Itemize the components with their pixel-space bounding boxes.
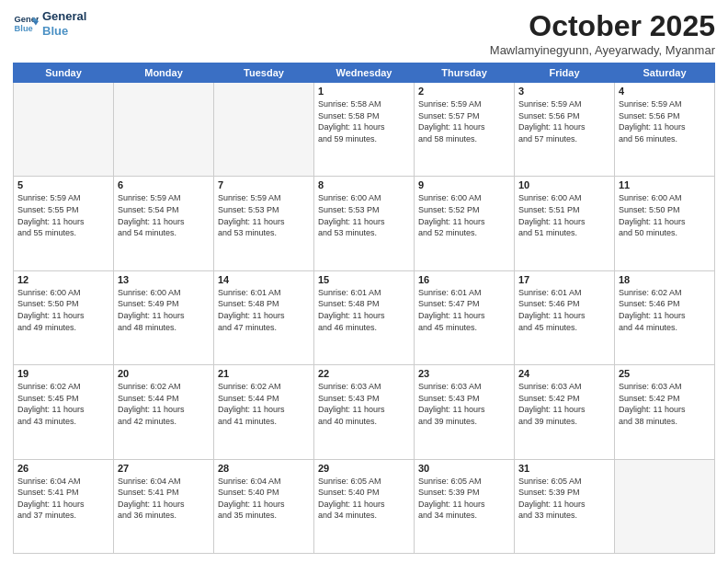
calendar-cell: 29Sunrise: 6:05 AMSunset: 5:40 PMDayligh…: [314, 459, 415, 553]
calendar-cell: 30Sunrise: 6:05 AMSunset: 5:39 PMDayligh…: [415, 459, 515, 553]
day-info: Sunrise: 6:01 AMSunset: 5:48 PMDaylight:…: [218, 287, 310, 333]
col-tuesday: Tuesday: [214, 63, 314, 83]
day-number: 14: [218, 274, 310, 285]
day-number: 16: [418, 274, 510, 285]
calendar-table: Sunday Monday Tuesday Wednesday Thursday…: [13, 63, 715, 554]
day-info: Sunrise: 6:02 AMSunset: 5:44 PMDaylight:…: [218, 381, 310, 427]
calendar-week-1: 1Sunrise: 5:58 AMSunset: 5:58 PMDaylight…: [14, 83, 715, 177]
day-number: 4: [619, 86, 711, 97]
day-number: 17: [518, 274, 610, 285]
calendar-cell: 1Sunrise: 5:58 AMSunset: 5:58 PMDaylight…: [314, 83, 415, 177]
day-number: 2: [418, 86, 510, 97]
day-number: 15: [318, 274, 410, 285]
calendar-cell: 31Sunrise: 6:05 AMSunset: 5:39 PMDayligh…: [515, 459, 615, 553]
day-number: 7: [218, 179, 310, 190]
day-info: Sunrise: 5:59 AMSunset: 5:56 PMDaylight:…: [619, 98, 711, 144]
day-info: Sunrise: 6:04 AMSunset: 5:40 PMDaylight:…: [218, 476, 310, 522]
day-number: 29: [318, 463, 410, 474]
calendar-cell: 12Sunrise: 6:00 AMSunset: 5:50 PMDayligh…: [14, 270, 114, 364]
calendar-cell: 15Sunrise: 6:01 AMSunset: 5:48 PMDayligh…: [314, 270, 415, 364]
calendar-cell: 7Sunrise: 5:59 AMSunset: 5:53 PMDaylight…: [214, 177, 314, 270]
col-sunday: Sunday: [14, 63, 114, 83]
day-number: 13: [118, 274, 210, 285]
calendar-cell: 17Sunrise: 6:01 AMSunset: 5:46 PMDayligh…: [515, 270, 615, 364]
day-info: Sunrise: 6:00 AMSunset: 5:51 PMDaylight:…: [518, 192, 610, 238]
calendar-cell: [615, 459, 715, 553]
calendar-week-4: 19Sunrise: 6:02 AMSunset: 5:45 PMDayligh…: [14, 365, 715, 459]
calendar-week-5: 26Sunrise: 6:04 AMSunset: 5:41 PMDayligh…: [14, 459, 715, 553]
calendar-cell: 6Sunrise: 5:59 AMSunset: 5:54 PMDaylight…: [114, 177, 214, 270]
calendar-cell: [14, 83, 114, 177]
calendar-cell: 16Sunrise: 6:01 AMSunset: 5:47 PMDayligh…: [415, 270, 515, 364]
day-info: Sunrise: 5:58 AMSunset: 5:58 PMDaylight:…: [318, 98, 410, 144]
day-number: 1: [318, 86, 410, 97]
day-number: 27: [118, 463, 210, 474]
day-number: 19: [17, 368, 109, 379]
logo-line2: Blue: [42, 24, 68, 38]
day-info: Sunrise: 6:02 AMSunset: 5:44 PMDaylight:…: [118, 381, 210, 427]
calendar-cell: 8Sunrise: 6:00 AMSunset: 5:53 PMDaylight…: [314, 177, 415, 270]
day-info: Sunrise: 6:05 AMSunset: 5:39 PMDaylight:…: [418, 476, 510, 522]
day-number: 6: [118, 179, 210, 190]
day-number: 10: [518, 179, 610, 190]
calendar-cell: 26Sunrise: 6:04 AMSunset: 5:41 PMDayligh…: [14, 459, 114, 553]
day-number: 22: [318, 368, 410, 379]
day-number: 30: [418, 463, 510, 474]
calendar-cell: [214, 83, 314, 177]
location-subtitle: Mawlamyinegyunn, Ayeyarwady, Myanmar: [490, 43, 715, 57]
calendar-cell: 5Sunrise: 5:59 AMSunset: 5:55 PMDaylight…: [14, 177, 114, 270]
day-number: 20: [118, 368, 210, 379]
col-monday: Monday: [114, 63, 214, 83]
day-info: Sunrise: 6:05 AMSunset: 5:40 PMDaylight:…: [318, 476, 410, 522]
calendar-cell: 9Sunrise: 6:00 AMSunset: 5:52 PMDaylight…: [415, 177, 515, 270]
day-number: 3: [518, 86, 610, 97]
calendar-cell: 10Sunrise: 6:00 AMSunset: 5:51 PMDayligh…: [515, 177, 615, 270]
day-number: 9: [418, 179, 510, 190]
logo: General Blue General Blue: [13, 9, 86, 38]
logo-text: General Blue: [42, 9, 86, 38]
day-info: Sunrise: 6:00 AMSunset: 5:52 PMDaylight:…: [418, 192, 510, 238]
day-info: Sunrise: 6:01 AMSunset: 5:48 PMDaylight:…: [318, 287, 410, 333]
logo-icon: General Blue: [13, 11, 39, 37]
calendar-cell: 18Sunrise: 6:02 AMSunset: 5:46 PMDayligh…: [615, 270, 715, 364]
calendar-cell: 20Sunrise: 6:02 AMSunset: 5:44 PMDayligh…: [114, 365, 214, 459]
day-info: Sunrise: 6:03 AMSunset: 5:42 PMDaylight:…: [518, 381, 610, 427]
day-number: 12: [17, 274, 109, 285]
day-number: 28: [218, 463, 310, 474]
day-info: Sunrise: 6:02 AMSunset: 5:45 PMDaylight:…: [17, 381, 109, 427]
calendar-cell: 27Sunrise: 6:04 AMSunset: 5:41 PMDayligh…: [114, 459, 214, 553]
day-info: Sunrise: 5:59 AMSunset: 5:56 PMDaylight:…: [518, 98, 610, 144]
day-number: 8: [318, 179, 410, 190]
day-info: Sunrise: 6:03 AMSunset: 5:43 PMDaylight:…: [418, 381, 510, 427]
calendar-cell: 28Sunrise: 6:04 AMSunset: 5:40 PMDayligh…: [214, 459, 314, 553]
calendar-cell: 21Sunrise: 6:02 AMSunset: 5:44 PMDayligh…: [214, 365, 314, 459]
calendar-cell: 24Sunrise: 6:03 AMSunset: 5:42 PMDayligh…: [515, 365, 615, 459]
col-wednesday: Wednesday: [314, 63, 415, 83]
calendar-cell: 22Sunrise: 6:03 AMSunset: 5:43 PMDayligh…: [314, 365, 415, 459]
day-number: 24: [518, 368, 610, 379]
col-saturday: Saturday: [615, 63, 715, 83]
calendar-cell: 4Sunrise: 5:59 AMSunset: 5:56 PMDaylight…: [615, 83, 715, 177]
calendar-cell: 14Sunrise: 6:01 AMSunset: 5:48 PMDayligh…: [214, 270, 314, 364]
day-info: Sunrise: 6:04 AMSunset: 5:41 PMDaylight:…: [17, 476, 109, 522]
day-info: Sunrise: 6:00 AMSunset: 5:53 PMDaylight:…: [318, 192, 410, 238]
day-info: Sunrise: 5:59 AMSunset: 5:57 PMDaylight:…: [418, 98, 510, 144]
col-friday: Friday: [515, 63, 615, 83]
calendar-cell: 23Sunrise: 6:03 AMSunset: 5:43 PMDayligh…: [415, 365, 515, 459]
day-info: Sunrise: 6:05 AMSunset: 5:39 PMDaylight:…: [518, 476, 610, 522]
page: General Blue General Blue October 2025 M…: [0, 0, 728, 563]
calendar-cell: 13Sunrise: 6:00 AMSunset: 5:49 PMDayligh…: [114, 270, 214, 364]
day-number: 5: [17, 179, 109, 190]
header: General Blue General Blue October 2025 M…: [13, 9, 715, 57]
day-number: 18: [619, 274, 711, 285]
svg-text:Blue: Blue: [15, 23, 33, 32]
day-info: Sunrise: 5:59 AMSunset: 5:54 PMDaylight:…: [118, 192, 210, 238]
day-info: Sunrise: 6:00 AMSunset: 5:50 PMDaylight:…: [17, 287, 109, 333]
day-info: Sunrise: 5:59 AMSunset: 5:53 PMDaylight:…: [218, 192, 310, 238]
calendar-week-2: 5Sunrise: 5:59 AMSunset: 5:55 PMDaylight…: [14, 177, 715, 270]
logo-line1: General: [42, 9, 86, 23]
col-thursday: Thursday: [415, 63, 515, 83]
calendar-cell: 2Sunrise: 5:59 AMSunset: 5:57 PMDaylight…: [415, 83, 515, 177]
day-info: Sunrise: 6:03 AMSunset: 5:43 PMDaylight:…: [318, 381, 410, 427]
calendar-cell: 19Sunrise: 6:02 AMSunset: 5:45 PMDayligh…: [14, 365, 114, 459]
